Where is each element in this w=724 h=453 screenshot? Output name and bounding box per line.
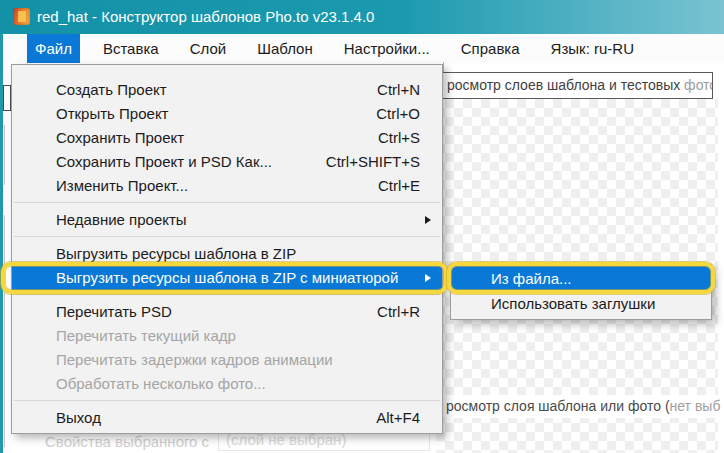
menu-item-shortcut: Ctrl+O xyxy=(376,102,420,126)
menubar-item-layer[interactable]: Слой xyxy=(182,34,234,63)
layers-preview-header-text: росмотр слоев шаблона и тестовых xyxy=(447,77,684,93)
menu-item-label: Перечитать PSD xyxy=(56,300,377,324)
menu-separator xyxy=(12,198,442,208)
menu-item-recent-projects[interactable]: Недавние проекты xyxy=(12,208,442,232)
menubar-item-insert[interactable]: Вставка xyxy=(95,34,167,63)
app-icon xyxy=(13,8,30,25)
menu-item-shortcut: Ctrl+SHIFT+S xyxy=(326,150,420,174)
background-panel-edge xyxy=(4,215,5,447)
menu-item-edit-project[interactable]: Изменить Проект... Ctrl+E xyxy=(12,174,442,198)
menubar-item-language[interactable]: Язык: ru-RU xyxy=(543,34,642,63)
menu-item-save-project-psd-as[interactable]: Сохранить Проект и PSD Как... Ctrl+SHIFT… xyxy=(12,150,442,174)
window-title: red_hat - Конструктор шаблонов Pho.to v2… xyxy=(37,0,374,34)
menu-separator xyxy=(12,396,442,406)
menu-item-label: Сохранить Проект xyxy=(56,126,378,150)
file-menu-dropdown: Создать Проект Ctrl+N Открыть Проект Ctr… xyxy=(11,64,443,434)
annotation-highlight-ring xyxy=(447,262,715,294)
menu-item-export-zip-with-thumbnail[interactable]: Выгрузить ресурсы шаблона в ZIP с миниат… xyxy=(12,266,442,290)
menu-item-shortcut: Ctrl+S xyxy=(378,126,420,150)
menu-bar: Файл Вставка Слой Шаблон Настройки... Сп… xyxy=(0,34,724,63)
menu-item-shortcut: Ctrl+E xyxy=(378,174,420,198)
export-zip-submenu: Из файла... Использовать заглушки xyxy=(450,264,712,320)
menu-item-open-project[interactable]: Открыть Проект Ctrl+O xyxy=(12,102,442,126)
background-panel-fragment xyxy=(3,85,11,111)
menu-item-create-project[interactable]: Создать Проект Ctrl+N xyxy=(12,78,442,102)
menu-item-shortcut: Ctrl+N xyxy=(377,78,420,102)
menubar-item-file[interactable]: Файл xyxy=(27,34,80,63)
submenu-item-label: Из файла... xyxy=(491,270,572,287)
menu-item-shortcut: Ctrl+R xyxy=(377,300,420,324)
layer-preview-header-tail: нет выб xyxy=(670,398,721,414)
menubar-item-settings[interactable]: Настройки... xyxy=(336,34,438,63)
menu-item-label: Изменить Проект... xyxy=(56,174,378,198)
submenu-arrow-icon xyxy=(425,274,431,282)
background-panel-edge xyxy=(4,125,5,185)
selected-properties-label: Свойства выбранного с xyxy=(45,433,209,450)
menubar-item-template[interactable]: Шаблон xyxy=(249,34,321,63)
submenu-item-from-file[interactable]: Из файла... xyxy=(451,266,711,291)
submenu-item-use-placeholders[interactable]: Использовать заглушки xyxy=(451,291,711,316)
menu-item-label: Выгрузить ресурсы шаблона в ZIP с миниат… xyxy=(56,266,420,290)
menubar-item-help[interactable]: Справка xyxy=(453,34,528,63)
submenu-item-label: Использовать заглушки xyxy=(491,295,655,312)
menu-item-reread-frame-delays: Перечитать задержки кадров анимации xyxy=(12,348,442,372)
app-icon-page xyxy=(18,11,26,22)
menu-item-process-multiple-photos: Обработать несколько фото... xyxy=(12,372,442,396)
menu-item-label: Перечитать задержки кадров анимации xyxy=(56,348,420,372)
menu-separator xyxy=(12,290,442,300)
menu-item-label: Открыть Проект xyxy=(56,102,376,126)
layer-preview-header-text: росмотр слоя шаблона или фото ( xyxy=(446,398,670,414)
menu-separator xyxy=(12,232,442,242)
menu-item-reread-psd[interactable]: Перечитать PSD Ctrl+R xyxy=(12,300,442,324)
menu-item-label: Обработать несколько фото... xyxy=(56,372,420,396)
menu-item-label: Выход xyxy=(56,406,376,430)
menu-item-label: Выгрузить ресурсы шаблона в ZIP xyxy=(56,242,420,266)
menu-item-reread-current-frame: Перечитать текущий кадр xyxy=(12,324,442,348)
menu-item-label: Недавние проекты xyxy=(56,208,420,232)
layer-preview-header: росмотр слоя шаблона или фото (нет выб xyxy=(436,395,724,418)
menu-item-exit[interactable]: Выход Alt+F4 xyxy=(12,406,442,430)
title-bar: red_hat - Конструктор шаблонов Pho.to v2… xyxy=(0,0,724,34)
layers-preview-header-tail: фото xyxy=(684,77,713,93)
layers-preview-header: росмотр слоев шаблона и тестовых фото xyxy=(436,72,713,99)
submenu-arrow-icon xyxy=(425,216,431,224)
menu-item-export-zip[interactable]: Выгрузить ресурсы шаблона в ZIP xyxy=(12,242,442,266)
menu-item-label: Сохранить Проект и PSD Как... xyxy=(56,150,326,174)
menu-item-label: Создать Проект xyxy=(56,78,377,102)
menu-item-save-project[interactable]: Сохранить Проект Ctrl+S xyxy=(12,126,442,150)
app-window: red_hat - Конструктор шаблонов Pho.to v2… xyxy=(0,0,724,453)
menu-item-shortcut: Alt+F4 xyxy=(376,406,420,430)
menu-item-label: Перечитать текущий кадр xyxy=(56,324,420,348)
